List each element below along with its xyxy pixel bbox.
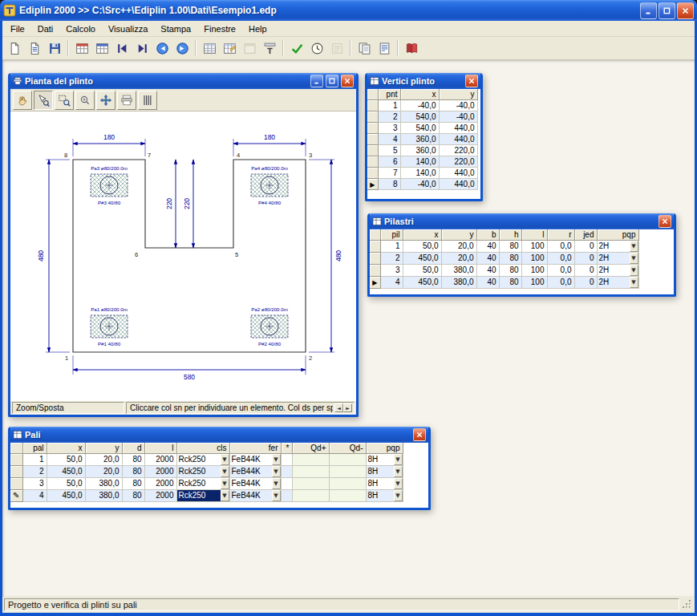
cell-star[interactable] (281, 465, 292, 477)
cell-x[interactable]: 50,0 (47, 477, 85, 489)
move-cross-tool[interactable] (96, 91, 115, 110)
zoom-pointer-tool[interactable] (34, 91, 53, 110)
cell-b[interactable]: 40 (476, 252, 499, 264)
grid-datasheet-button[interactable] (220, 38, 239, 58)
cell-l[interactable]: 100 (521, 264, 547, 276)
row-selector[interactable] (10, 465, 22, 477)
vertici-close-button[interactable] (465, 75, 478, 87)
cell-x[interactable]: 450,0 (47, 489, 85, 501)
row-selector[interactable] (367, 156, 378, 167)
cell-qd-minus[interactable] (329, 453, 366, 465)
cell-cls[interactable]: Rck250▼ (176, 453, 229, 465)
cell-x[interactable]: -40,0 (400, 178, 439, 189)
cell-d[interactable]: 80 (122, 477, 144, 489)
col-header-pqp[interactable]: pqp (597, 229, 638, 240)
dropdown-arrow-icon[interactable]: ▼ (272, 454, 281, 465)
cell-y[interactable]: 220,0 (439, 156, 477, 167)
row-selector[interactable] (367, 122, 378, 133)
cell-pqp[interactable]: 8H▼ (366, 477, 403, 489)
col-header-pnt[interactable]: pnt (378, 89, 400, 99)
save-button[interactable] (45, 38, 64, 58)
col-header-fer[interactable]: fer (229, 443, 281, 453)
col-header-y[interactable]: y (441, 229, 476, 240)
cell-b[interactable]: 40 (476, 276, 499, 288)
cell-y[interactable]: -40,0 (439, 111, 477, 122)
cell-cls[interactable]: Rck250▼ (176, 477, 229, 489)
dropdown-arrow-icon[interactable]: ▼ (272, 478, 281, 489)
cell-b[interactable]: 40 (476, 264, 499, 276)
pile-pa1[interactable]: Pa1 ø80/200.0m P#1 40/80 (91, 306, 128, 346)
dropdown-arrow-icon[interactable]: ▼ (394, 466, 403, 477)
dropdown-arrow-icon[interactable]: ▼ (630, 265, 638, 276)
report-button[interactable] (375, 38, 394, 58)
cell-jed[interactable]: 0 (574, 264, 597, 276)
nav-last-button[interactable] (132, 38, 152, 58)
cell-pnt[interactable]: 5 (378, 144, 400, 156)
zoom-lens-tool[interactable] (75, 91, 95, 110)
col-header-h[interactable]: h (499, 229, 521, 240)
pali-close-button[interactable] (413, 428, 426, 441)
pianta-titlebar[interactable]: Pianta del plinto (10, 73, 356, 89)
cell-x[interactable]: 360,0 (400, 144, 439, 156)
calc-check-button[interactable] (287, 38, 306, 58)
cell-y[interactable]: 440,0 (439, 167, 477, 178)
col-header-b[interactable]: b (476, 229, 499, 240)
dropdown-arrow-icon[interactable]: ▼ (221, 490, 229, 501)
cell-star[interactable] (281, 477, 292, 489)
vertici-titlebar[interactable]: Vertici plinto (367, 73, 480, 89)
cell-x[interactable]: 140,0 (400, 167, 439, 178)
col-header-pqp[interactable]: pqp (366, 443, 403, 453)
nav-back-button[interactable] (152, 38, 172, 58)
open-data-button[interactable] (25, 38, 44, 58)
row-selector[interactable]: ▶ (367, 178, 378, 189)
print-tool[interactable] (117, 91, 136, 110)
cell-pnt[interactable]: 8 (378, 178, 400, 189)
cell-qd-plus[interactable] (292, 489, 329, 501)
cell-b[interactable]: 40 (476, 240, 499, 252)
cell-pnt[interactable]: 2 (378, 111, 400, 122)
cell-cls-editing[interactable]: Rck250▼ (176, 489, 229, 501)
cell-qd-minus[interactable] (329, 477, 366, 489)
cell-pnt[interactable]: 1 (378, 99, 400, 111)
table-design-button[interactable] (72, 38, 91, 58)
cell-h[interactable]: 80 (499, 252, 521, 264)
row-selector[interactable] (367, 133, 378, 144)
row-selector[interactable] (370, 252, 380, 264)
cell-star[interactable] (281, 489, 292, 501)
dropdown-arrow-icon[interactable]: ▼ (630, 253, 638, 264)
cell-pil[interactable]: 1 (380, 240, 403, 252)
cell-y[interactable]: -40,0 (439, 99, 477, 111)
cell-l[interactable]: 2000 (144, 489, 176, 501)
cell-h[interactable]: 80 (499, 240, 521, 252)
pianta-maximize-button[interactable] (326, 75, 338, 87)
cell-pqp[interactable]: 2H▼ (597, 240, 638, 252)
dropdown-arrow-icon[interactable]: ▼ (272, 466, 281, 477)
col-header-qd-minus[interactable]: Qd- (329, 443, 366, 453)
col-header-star[interactable]: * (281, 443, 292, 453)
pile-pa4[interactable]: Pa4 ø80/200.0m P#4 40/80 (251, 165, 288, 205)
cell-pnt[interactable]: 4 (378, 133, 400, 144)
menu-file[interactable]: File (4, 22, 31, 35)
pile-pa2[interactable]: Pa2 ø80/200.0m P#2 40/80 (251, 306, 288, 346)
cell-x[interactable]: 50,0 (403, 264, 441, 276)
menu-visualizza[interactable]: Visualizza (102, 22, 154, 35)
column-layout-button[interactable] (260, 38, 279, 58)
col-header-cls[interactable]: cls (176, 443, 229, 453)
cell-pnt[interactable]: 3 (378, 122, 400, 133)
cell-jed[interactable]: 0 (574, 240, 597, 252)
cell-h[interactable]: 80 (499, 264, 521, 276)
dropdown-arrow-icon[interactable]: ▼ (221, 478, 229, 489)
col-header-l[interactable]: l (521, 229, 547, 240)
resize-grip[interactable] (682, 598, 693, 611)
row-selector[interactable] (367, 111, 378, 122)
cell-h[interactable]: 80 (499, 276, 521, 288)
cell-r[interactable]: 0,0 (547, 240, 574, 252)
col-header-l[interactable]: l (144, 443, 176, 453)
cell-l[interactable]: 100 (521, 240, 547, 252)
cell-r[interactable]: 0,0 (547, 252, 574, 264)
cell-y[interactable]: 20,0 (85, 453, 122, 465)
cell-x[interactable]: 450,0 (403, 276, 441, 288)
titlebar[interactable]: Ediplin 2000 >> C:\Src++\Ediplin 1.00\Da… (0, 0, 697, 21)
cell-d[interactable]: 80 (122, 453, 144, 465)
col-header-pal[interactable]: pal (22, 443, 47, 453)
